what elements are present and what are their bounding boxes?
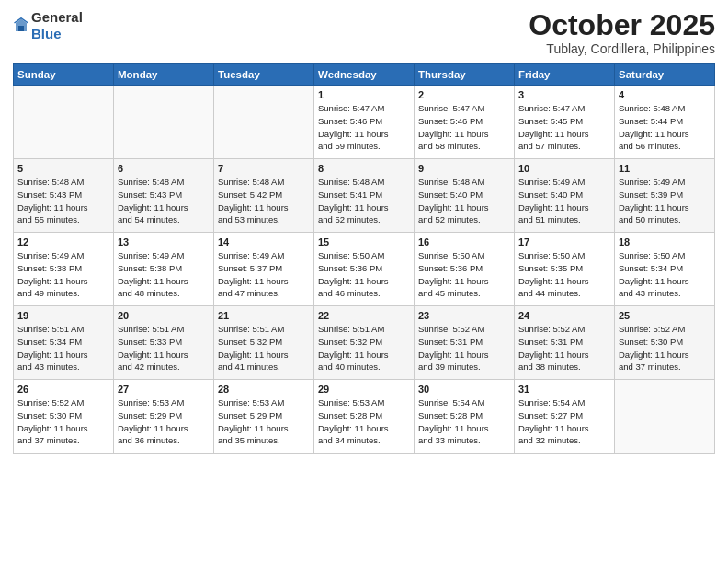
calendar-cell: 26Sunrise: 5:52 AM Sunset: 5:30 PM Dayli…	[14, 380, 114, 454]
day-number: 3	[518, 89, 610, 100]
calendar-body: 1Sunrise: 5:47 AM Sunset: 5:46 PM Daylig…	[14, 86, 715, 454]
day-info: Sunrise: 5:53 AM Sunset: 5:28 PM Dayligh…	[318, 396, 410, 447]
day-info: Sunrise: 5:49 AM Sunset: 5:40 PM Dayligh…	[518, 176, 610, 226]
day-info: Sunrise: 5:52 AM Sunset: 5:30 PM Dayligh…	[17, 396, 109, 447]
calendar-cell	[615, 380, 715, 454]
calendar-cell: 31Sunrise: 5:54 AM Sunset: 5:27 PM Dayli…	[515, 380, 615, 454]
day-number: 12	[17, 236, 109, 247]
day-number: 1	[318, 89, 410, 100]
calendar-cell: 28Sunrise: 5:53 AM Sunset: 5:29 PM Dayli…	[214, 380, 314, 454]
calendar-header: SundayMondayTuesdayWednesdayThursdayFrid…	[14, 64, 715, 86]
title-block: October 2025 Tublay, Cordillera, Philipp…	[529, 9, 715, 56]
day-number: 15	[318, 236, 410, 247]
day-info: Sunrise: 5:49 AM Sunset: 5:38 PM Dayligh…	[118, 249, 210, 300]
calendar-week-row: 19Sunrise: 5:51 AM Sunset: 5:34 PM Dayli…	[14, 306, 715, 380]
location: Tublay, Cordillera, Philippines	[529, 41, 715, 56]
calendar-week-row: 26Sunrise: 5:52 AM Sunset: 5:30 PM Dayli…	[14, 380, 715, 454]
calendar-cell: 23Sunrise: 5:52 AM Sunset: 5:31 PM Dayli…	[415, 306, 515, 380]
weekday-header: Sunday	[14, 64, 114, 86]
day-number: 9	[418, 163, 510, 174]
day-number: 4	[619, 89, 711, 100]
logo-name: General Blue	[31, 9, 83, 42]
weekday-header: Monday	[114, 64, 214, 86]
day-info: Sunrise: 5:48 AM Sunset: 5:43 PM Dayligh…	[17, 176, 109, 226]
calendar-cell: 16Sunrise: 5:50 AM Sunset: 5:36 PM Dayli…	[415, 233, 515, 306]
day-number: 6	[118, 163, 210, 174]
logo-icon	[13, 17, 29, 34]
day-info: Sunrise: 5:49 AM Sunset: 5:37 PM Dayligh…	[218, 249, 310, 300]
day-info: Sunrise: 5:50 AM Sunset: 5:36 PM Dayligh…	[418, 249, 510, 300]
calendar-cell: 22Sunrise: 5:51 AM Sunset: 5:32 PM Dayli…	[314, 306, 415, 380]
calendar-cell: 12Sunrise: 5:49 AM Sunset: 5:38 PM Dayli…	[14, 233, 114, 306]
calendar-cell: 15Sunrise: 5:50 AM Sunset: 5:36 PM Dayli…	[314, 233, 415, 306]
day-number: 13	[118, 236, 210, 247]
weekday-header: Friday	[515, 64, 615, 86]
day-number: 8	[318, 163, 410, 174]
calendar-table: SundayMondayTuesdayWednesdayThursdayFrid…	[13, 63, 715, 454]
weekday-row: SundayMondayTuesdayWednesdayThursdayFrid…	[14, 64, 715, 86]
logo-blue: Blue	[31, 26, 62, 41]
day-info: Sunrise: 5:51 AM Sunset: 5:34 PM Dayligh…	[17, 323, 109, 373]
day-info: Sunrise: 5:53 AM Sunset: 5:29 PM Dayligh…	[218, 396, 310, 447]
day-number: 18	[619, 236, 711, 247]
weekday-header: Wednesday	[314, 64, 415, 86]
day-info: Sunrise: 5:51 AM Sunset: 5:33 PM Dayligh…	[118, 323, 210, 373]
calendar-cell: 29Sunrise: 5:53 AM Sunset: 5:28 PM Dayli…	[314, 380, 415, 454]
calendar-cell: 11Sunrise: 5:49 AM Sunset: 5:39 PM Dayli…	[615, 159, 715, 233]
header: General Blue October 2025 Tublay, Cordil…	[13, 9, 715, 56]
day-number: 28	[218, 384, 310, 395]
day-info: Sunrise: 5:52 AM Sunset: 5:30 PM Dayligh…	[619, 323, 711, 373]
calendar-cell: 13Sunrise: 5:49 AM Sunset: 5:38 PM Dayli…	[114, 233, 214, 306]
calendar-week-row: 12Sunrise: 5:49 AM Sunset: 5:38 PM Dayli…	[14, 233, 715, 306]
day-info: Sunrise: 5:54 AM Sunset: 5:27 PM Dayligh…	[518, 396, 610, 447]
day-info: Sunrise: 5:49 AM Sunset: 5:38 PM Dayligh…	[17, 249, 109, 300]
calendar-cell: 18Sunrise: 5:50 AM Sunset: 5:34 PM Dayli…	[615, 233, 715, 306]
calendar-cell: 10Sunrise: 5:49 AM Sunset: 5:40 PM Dayli…	[515, 159, 615, 233]
calendar-cell: 8Sunrise: 5:48 AM Sunset: 5:41 PM Daylig…	[314, 159, 415, 233]
calendar-cell: 20Sunrise: 5:51 AM Sunset: 5:33 PM Dayli…	[114, 306, 214, 380]
day-info: Sunrise: 5:48 AM Sunset: 5:43 PM Dayligh…	[118, 176, 210, 226]
calendar-cell: 1Sunrise: 5:47 AM Sunset: 5:46 PM Daylig…	[314, 86, 415, 159]
day-number: 30	[418, 384, 510, 395]
month-title: October 2025	[529, 9, 715, 41]
day-number: 11	[619, 163, 711, 174]
day-info: Sunrise: 5:54 AM Sunset: 5:28 PM Dayligh…	[418, 396, 510, 447]
logo: General Blue	[13, 9, 83, 42]
day-number: 29	[318, 384, 410, 395]
calendar-cell: 2Sunrise: 5:47 AM Sunset: 5:46 PM Daylig…	[415, 86, 515, 159]
day-number: 14	[218, 236, 310, 247]
day-info: Sunrise: 5:50 AM Sunset: 5:36 PM Dayligh…	[318, 249, 410, 300]
calendar-cell: 6Sunrise: 5:48 AM Sunset: 5:43 PM Daylig…	[114, 159, 214, 233]
day-number: 5	[17, 163, 109, 174]
calendar-cell	[14, 86, 114, 159]
calendar-cell: 25Sunrise: 5:52 AM Sunset: 5:30 PM Dayli…	[615, 306, 715, 380]
day-info: Sunrise: 5:48 AM Sunset: 5:44 PM Dayligh…	[619, 102, 711, 153]
day-info: Sunrise: 5:50 AM Sunset: 5:35 PM Dayligh…	[518, 249, 610, 300]
calendar-cell: 19Sunrise: 5:51 AM Sunset: 5:34 PM Dayli…	[14, 306, 114, 380]
calendar-cell: 14Sunrise: 5:49 AM Sunset: 5:37 PM Dayli…	[214, 233, 314, 306]
day-number: 24	[518, 310, 610, 321]
day-number: 22	[318, 310, 410, 321]
day-info: Sunrise: 5:52 AM Sunset: 5:31 PM Dayligh…	[518, 323, 610, 373]
calendar-cell	[214, 86, 314, 159]
day-number: 7	[218, 163, 310, 174]
day-info: Sunrise: 5:51 AM Sunset: 5:32 PM Dayligh…	[318, 323, 410, 373]
calendar-week-row: 1Sunrise: 5:47 AM Sunset: 5:46 PM Daylig…	[14, 86, 715, 159]
day-info: Sunrise: 5:47 AM Sunset: 5:45 PM Dayligh…	[518, 102, 610, 153]
day-info: Sunrise: 5:53 AM Sunset: 5:29 PM Dayligh…	[118, 396, 210, 447]
day-number: 10	[518, 163, 610, 174]
day-number: 31	[518, 384, 610, 395]
calendar-cell: 27Sunrise: 5:53 AM Sunset: 5:29 PM Dayli…	[114, 380, 214, 454]
day-number: 16	[418, 236, 510, 247]
calendar-cell: 9Sunrise: 5:48 AM Sunset: 5:40 PM Daylig…	[415, 159, 515, 233]
day-number: 21	[218, 310, 310, 321]
day-number: 19	[17, 310, 109, 321]
day-info: Sunrise: 5:48 AM Sunset: 5:42 PM Dayligh…	[218, 176, 310, 226]
weekday-header: Tuesday	[214, 64, 314, 86]
day-number: 2	[418, 89, 510, 100]
calendar-cell: 21Sunrise: 5:51 AM Sunset: 5:32 PM Dayli…	[214, 306, 314, 380]
weekday-header: Thursday	[415, 64, 515, 86]
day-info: Sunrise: 5:48 AM Sunset: 5:41 PM Dayligh…	[318, 176, 410, 226]
calendar-cell: 5Sunrise: 5:48 AM Sunset: 5:43 PM Daylig…	[14, 159, 114, 233]
day-info: Sunrise: 5:52 AM Sunset: 5:31 PM Dayligh…	[418, 323, 510, 373]
